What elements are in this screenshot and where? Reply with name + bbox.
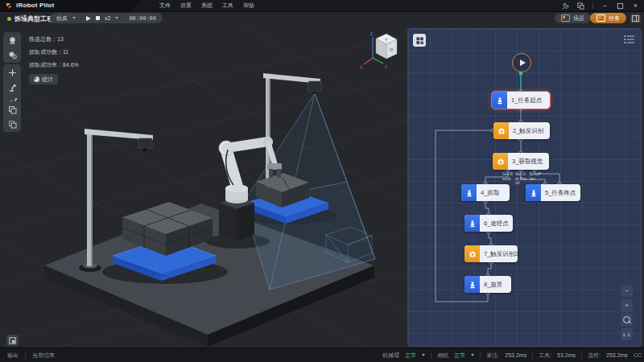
chevron-down-icon[interactable]	[115, 17, 118, 19]
flow-edges	[408, 29, 641, 346]
toolgroup-clipboard	[3, 101, 21, 132]
status-bar: 输出 当前结果 机械臂 正常 相机 正常 算法: 253.2ms 工具: 53.…	[0, 348, 644, 362]
menu-settings[interactable]: 设置	[180, 2, 192, 10]
flow-node-1[interactable]: 1_任务起点	[492, 92, 550, 109]
metric-flow-label: 流程:	[588, 352, 601, 360]
branch-label-not-get-result: Not Get Result	[515, 172, 527, 186]
view-cube[interactable]: T R Z X Y	[360, 31, 397, 70]
flow-node-2[interactable]: 2_触发识别	[493, 122, 550, 139]
metric-flow-value: 253.2ms	[606, 352, 628, 358]
fit-view-button[interactable]	[6, 335, 19, 346]
divider	[592, 2, 593, 9]
tab-task[interactable]: 任务	[590, 13, 626, 23]
project-name: 拆垛典型工程	[14, 14, 53, 23]
robot-arm-icon[interactable]	[5, 80, 19, 93]
move-tool-icon[interactable]	[5, 66, 19, 79]
zoom-out-button[interactable]: −	[621, 285, 633, 297]
current-result-tab[interactable]: 当前结果	[32, 352, 55, 360]
stat-success-rate: 抓取成功率：84.6%	[29, 59, 79, 72]
flow-node-5[interactable]: 5_任务终点	[526, 184, 580, 201]
robot-icon	[464, 276, 480, 293]
metric-tool-label: 工具:	[539, 352, 551, 360]
flow-node-6-label: 6_途经点	[480, 220, 513, 228]
ribbon-bar: 拆垛典型工程 仿真 x2 00:00:00 场景 任务	[0, 12, 644, 25]
task-flow-panel: 1_任务起点 2_触发识别 3_获取视觉 4_抓取 5_任务终点	[407, 28, 642, 347]
flow-node-6[interactable]: 6_途经点	[464, 215, 513, 232]
branch-label-error-plan: ErrorPlan	[530, 172, 542, 181]
output-tab[interactable]: 输出	[7, 352, 19, 360]
tab-task-label: 任务	[609, 14, 620, 23]
fit-view-icon	[9, 337, 16, 344]
menu-help[interactable]: 帮助	[243, 2, 254, 10]
divider	[532, 352, 533, 359]
stop-button[interactable]	[96, 16, 100, 20]
maximize-button[interactable]	[617, 2, 624, 10]
viewcube-top-label: T	[385, 38, 388, 43]
axis-x-label: X	[360, 65, 363, 70]
flow-node-3-label: 3_获取视觉	[508, 158, 547, 166]
point-cloud-icon[interactable]	[5, 34, 19, 47]
flow-node-8-label: 8_放置	[480, 281, 506, 289]
vision-icon	[464, 245, 480, 262]
zoom-in-button[interactable]: +	[621, 299, 633, 311]
divider	[480, 352, 481, 359]
project-status-dot	[7, 17, 11, 21]
vision-icon	[493, 122, 509, 139]
window-controls: − ×	[562, 0, 639, 11]
flow-node-2-label: 2_触发识别	[509, 127, 547, 135]
zoom-reset-button[interactable]: 1:1	[621, 328, 633, 340]
node-list-button[interactable]	[624, 35, 635, 44]
layout-switch-icon[interactable]	[577, 2, 584, 10]
device-arm-status: 正常	[405, 352, 416, 360]
minimize-button[interactable]: −	[601, 2, 609, 10]
menu-system[interactable]: 系统	[201, 2, 213, 10]
panel-toggle-button[interactable]	[630, 14, 641, 23]
chevron-down-icon[interactable]	[422, 354, 425, 356]
copy-icon[interactable]	[5, 103, 19, 116]
tab-scene-label: 场景	[573, 14, 584, 23]
robot-icon	[492, 92, 507, 109]
flow-node-7-label: 7_触发识别2	[480, 250, 518, 258]
play-button[interactable]	[86, 16, 91, 21]
divider	[581, 352, 582, 359]
axis-y-label: Y	[385, 64, 388, 69]
tab-scene[interactable]: 场景	[555, 13, 591, 23]
stat-success-count: 抓取成功数：11	[29, 46, 79, 59]
toolgroup-view	[3, 32, 21, 63]
app-logo-icon	[6, 2, 13, 10]
flow-start-node[interactable]	[512, 53, 531, 72]
menu-file[interactable]: 文件	[159, 2, 171, 10]
zoom-search-button[interactable]	[621, 314, 633, 326]
chevron-down-icon[interactable]	[471, 354, 474, 356]
robot-icon	[464, 215, 480, 232]
vision-icon	[493, 153, 508, 170]
speed-select[interactable]: x2	[105, 15, 110, 21]
chevron-down-icon[interactable]	[72, 17, 76, 19]
pie-chart-icon	[34, 76, 39, 82]
flow-node-4[interactable]: 4_抓取	[461, 184, 510, 201]
robot-icon	[461, 184, 477, 201]
viewcube-right-label: R	[390, 47, 394, 52]
flow-node-5-label: 5_任务终点	[541, 189, 580, 197]
statistics-button-label: 统计	[42, 76, 53, 84]
stat-total-picks: 拣选总数：13	[29, 33, 79, 46]
flow-node-3[interactable]: 3_获取视觉	[493, 153, 549, 170]
mode-select[interactable]: 仿真	[56, 14, 68, 23]
simulation-controls: 仿真 x2 00:00:00	[50, 13, 163, 23]
device-camera-label: 相机	[437, 352, 448, 360]
device-camera-status: 正常	[454, 352, 465, 360]
axis-z-label: Z	[370, 31, 373, 36]
flow-node-8[interactable]: 8_放置	[464, 276, 511, 293]
divider	[123, 15, 124, 22]
node-library-button[interactable]	[413, 34, 426, 47]
close-button[interactable]: ×	[632, 2, 639, 10]
app-title: iRobot Pilot	[16, 2, 54, 9]
add-user-icon[interactable]	[562, 2, 569, 10]
pick-statistics: 拣选总数：13 抓取成功数：11 抓取成功率：84.6% 统计	[29, 33, 79, 84]
flow-node-7[interactable]: 7_触发识别2	[464, 245, 518, 262]
point-cloud-settings-icon[interactable]	[5, 48, 19, 61]
menu-tools[interactable]: 工具	[222, 2, 233, 10]
statistics-button[interactable]: 统计	[29, 74, 58, 84]
paste-icon[interactable]	[5, 117, 19, 130]
flow-node-1-label: 1_任务起点	[507, 97, 546, 105]
